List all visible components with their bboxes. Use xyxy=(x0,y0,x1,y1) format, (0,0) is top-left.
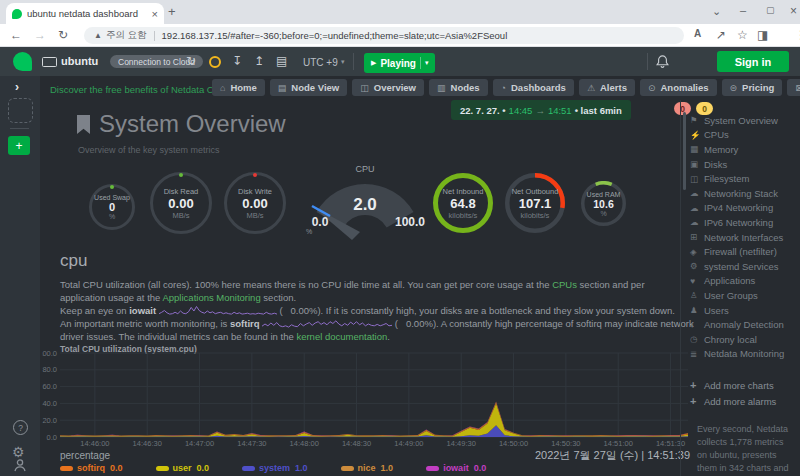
address-bar[interactable]: ▲ 주의 요함 192.168.137.15/#after=-360;befor… xyxy=(84,27,684,44)
used-swap-gauge[interactable]: Used Swap 0 % xyxy=(89,184,135,230)
reload-button[interactable]: ↻ xyxy=(58,28,68,42)
gauge-label: Net Outbound xyxy=(512,187,559,196)
translate-icon[interactable]: A xyxy=(694,28,701,39)
kernel-documentation-link[interactable]: kernel documentation xyxy=(296,331,387,342)
browser-menu-icon[interactable]: ⋮ xyxy=(795,28,800,42)
cloud-icon: ☁ xyxy=(690,188,704,198)
cloud-promo-text: Discover the free benefits of Netdata Cl… xyxy=(50,84,234,95)
legend-name: iowait xyxy=(443,463,469,473)
download-icon[interactable]: ↧ xyxy=(232,54,242,68)
help-icon[interactable]: ? xyxy=(13,420,28,435)
menu-item-memory[interactable]: ▦ Memory xyxy=(690,142,798,157)
bolt-icon: ⚡ xyxy=(690,130,704,140)
menu-item-user-groups[interactable]: ♙ User Groups xyxy=(690,288,798,303)
legend-item[interactable]: nice 1.0 xyxy=(341,463,394,473)
window-maximize-button[interactable]: ▢ xyxy=(766,5,775,15)
browser-tab-strip: ubuntu netdata dashboard × + ⌄ – ▢ × xyxy=(0,0,800,24)
net-outbound-gauge[interactable]: Net Outbound 107.1 kilobits/s xyxy=(505,173,565,233)
cpu-paragraph-3: An important metric worth monitoring, is… xyxy=(60,318,705,343)
add-node-placeholder[interactable] xyxy=(8,98,33,123)
menu-item-filesystem[interactable]: ◫ Filesystem xyxy=(690,171,798,186)
side-panel-icon[interactable]: ◨ xyxy=(757,28,768,42)
disk-read-status-dot xyxy=(179,173,183,177)
legend-value: 0.0 xyxy=(474,463,487,473)
menu-item-firewall[interactable]: ◈ Firewall (netfilter) xyxy=(690,244,798,259)
net-inbound-gauge[interactable]: Net Inbound 64.8 kilobits/s xyxy=(433,173,493,233)
menu-item-disks[interactable]: ▣ Disks xyxy=(690,157,798,172)
nav-item-home[interactable]: ⌂ Home xyxy=(212,79,265,96)
window-minimize-button[interactable]: – xyxy=(740,4,746,16)
disk-write-status-dot xyxy=(253,173,257,177)
menu-item-system-overview[interactable]: ⚑ System Overview xyxy=(690,113,798,128)
add-more-alarms[interactable]: + Add more alarms xyxy=(690,395,798,407)
back-button[interactable]: ← xyxy=(10,28,22,42)
print-icon[interactable]: ▤ xyxy=(276,54,287,68)
playing-button[interactable]: ▶ Playing ▾ xyxy=(364,53,435,73)
tab-close-icon[interactable]: × xyxy=(152,8,158,20)
menu-item-systemd-services[interactable]: ⚙ systemd Services xyxy=(690,259,798,274)
legend-name: system xyxy=(259,463,290,473)
disk-read-gauge[interactable]: Disk Read 0.00 MB/s xyxy=(150,172,212,234)
nav-item-node-view[interactable]: ▤ Node View xyxy=(270,79,347,96)
sign-in-button[interactable]: Sign in xyxy=(717,51,789,72)
text: An important metric worth monitoring, is xyxy=(60,318,230,329)
page-title: System Overview xyxy=(99,110,286,138)
used-ram-gauge[interactable]: Used RAM 10.6 % xyxy=(581,181,626,226)
new-tab-button[interactable]: + xyxy=(168,4,176,19)
news-bulb-icon[interactable] xyxy=(209,56,221,68)
nav-item-pricing[interactable]: ⊜ Pricing xyxy=(722,79,783,96)
gauge-label: Disk Write xyxy=(238,187,272,196)
menu-item-users[interactable]: ♟ Users xyxy=(690,303,798,318)
warning-label[interactable]: 주의 요함 xyxy=(106,29,147,42)
add-more-charts[interactable]: + Add more charts xyxy=(690,379,798,391)
legend-item[interactable]: iowait 0.0 xyxy=(426,463,486,473)
iowait-keyword: iowait xyxy=(129,305,156,316)
upload-icon[interactable]: ↥ xyxy=(254,54,264,68)
legend-item[interactable]: system 1.0 xyxy=(242,463,308,473)
expand-sidebar-icon[interactable]: › xyxy=(15,80,19,94)
menu-item-chrony-local[interactable]: ◷ Chrony local xyxy=(690,332,798,347)
alarm-bell-icon[interactable] xyxy=(656,54,669,73)
legend-item[interactable]: user 0.0 xyxy=(156,463,210,473)
applications-monitoring-link[interactable]: Applications Monitoring xyxy=(162,292,260,303)
cpu-gauge[interactable]: 2.0 0.0 100.0 % xyxy=(300,176,430,246)
menu-item-anomaly-detection[interactable]: ◐ Anomaly Detection xyxy=(690,317,798,332)
forward-button[interactable]: → xyxy=(34,28,46,42)
menu-item-network-interfaces[interactable]: ⊞ Network Interfaces xyxy=(690,230,798,245)
nav-item-dashboards[interactable]: ◔ Dashboards xyxy=(493,79,574,96)
bookmark-star-icon[interactable]: ☆ xyxy=(737,28,748,42)
menu-item-cpus[interactable]: ⚡ CPUs xyxy=(690,128,798,143)
date-range-picker[interactable]: 22. 7. 27. • 14:45 → 14:51 • last 6min xyxy=(451,100,631,120)
nav-item-overview[interactable]: ◫ Overview xyxy=(352,79,424,96)
profile-icon[interactable] xyxy=(13,458,27,476)
window-close-button[interactable]: × xyxy=(790,4,797,18)
netdata-logo[interactable] xyxy=(13,52,32,71)
nav-item-anomalies[interactable]: ⊙ Anomalies xyxy=(640,79,717,96)
nav-item-nodes[interactable]: ▥ Nodes xyxy=(429,79,488,96)
nav-item-alerts[interactable]: ⚠ Alerts xyxy=(579,79,635,96)
svg-text:60.0: 60.0 xyxy=(42,382,57,391)
menu-item-networking-stack[interactable]: ☁ Networking Stack xyxy=(690,186,798,201)
sync-icon[interactable]: ↻ xyxy=(186,54,196,68)
cpu-utilization-chart[interactable]: 0.020.040.060.080.0100.014:46:0014:46:30… xyxy=(42,351,690,447)
disk-write-gauge[interactable]: Disk Write 0.00 MB/s xyxy=(224,172,286,234)
cpus-link[interactable]: CPUs xyxy=(552,279,577,290)
menu-item-ipv6-networking[interactable]: ☁ IPv6 Networking xyxy=(690,215,798,230)
gauge-icon: ◔ xyxy=(501,83,506,93)
menu-item-applications[interactable]: ♥ Applications xyxy=(690,274,798,289)
right-rail-scrollbar[interactable] xyxy=(683,112,686,190)
gauge-value: 10.6 xyxy=(593,198,613,210)
hostname[interactable]: ubuntu xyxy=(61,55,98,67)
legend-item[interactable]: softirq 0.0 xyxy=(60,463,123,473)
time-end: 14:51 xyxy=(548,105,572,116)
browser-tab[interactable]: ubuntu netdata dashboard × xyxy=(6,3,164,24)
nav-item-privacy[interactable]: ⊠ Privacy xyxy=(787,79,800,96)
menu-item-ipv4-networking[interactable]: ☁ IPv4 Networking xyxy=(690,201,798,216)
plus-icon: + xyxy=(690,379,704,391)
add-button[interactable]: + xyxy=(8,136,30,155)
tab-search-chevron-icon[interactable]: ⌄ xyxy=(712,5,721,18)
timezone-select[interactable]: UTC +9 xyxy=(303,57,338,68)
share-icon[interactable]: ↗ xyxy=(716,28,726,42)
menu-item-netdata-monitoring[interactable]: ≣ Netdata Monitoring xyxy=(690,347,798,362)
gauge-unit: % xyxy=(109,213,115,220)
